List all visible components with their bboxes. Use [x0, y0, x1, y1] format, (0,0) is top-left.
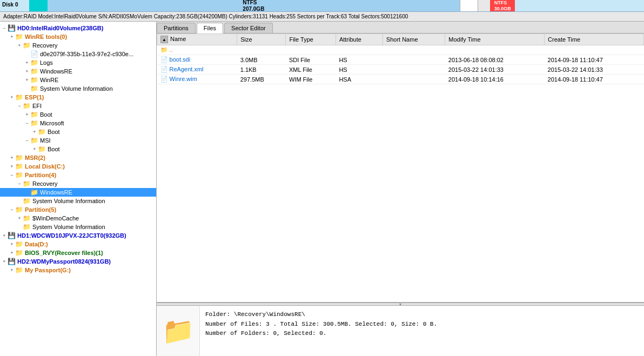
table-row[interactable]: 📄 ReAgent.xml1.1KBXML FileHS2015-03-22 1… [157, 65, 644, 75]
tree-item-winre-tools[interactable]: +📁WinRE tools(0) [0, 32, 156, 41]
tree-toggle-boot-msi[interactable]: + [31, 146, 38, 152]
tree-icon-my-passport: 📁 [15, 266, 24, 274]
col-size[interactable]: Size [237, 34, 286, 45]
tree-icon-logs: 📁 [30, 59, 39, 66]
tree-item-msr[interactable]: +📁MSR(2) [0, 153, 156, 162]
tree-label-bios-rvy: BIOS_RVY(Recover files)(1) [25, 250, 103, 256]
col-modifytime[interactable]: Modify Time [445, 34, 545, 45]
cell-modifyTime: 2013-06-18 08:08:02 [445, 55, 545, 65]
tree-item-boot-ms[interactable]: +📁Boot [0, 127, 156, 136]
tree-toggle-hd0[interactable]: − [1, 25, 8, 31]
tree-icon-windowsre-1: 📁 [30, 68, 39, 75]
tree-item-windowsre-1[interactable]: +📁WindowsRE [0, 67, 156, 76]
tree-item-data-d[interactable]: +📁Data(D:) [0, 240, 156, 248]
tree-item-recovery-4[interactable]: −📁Recovery [0, 179, 156, 188]
tree-item-windowsre-sel[interactable]: 📁WindowsRE [0, 188, 156, 197]
tree-toggle-boot-ms[interactable]: + [31, 129, 38, 135]
tree-item-hd0[interactable]: −💾HD0:IntelRaid0Volume(238GB) [0, 24, 156, 32]
cell-fileType: WIM File [286, 75, 336, 84]
tree-item-my-passport[interactable]: +📁My Passport(G:) [0, 266, 156, 274]
tree-item-bios-rvy[interactable]: +📁BIOS_RVY(Recover files)(1) [0, 248, 156, 257]
table-row[interactable]: 📁 .. [157, 45, 644, 55]
cell-fileType: XML File [286, 65, 336, 75]
tree-toggle-hd2[interactable]: + [1, 259, 8, 264]
tree-item-efi[interactable]: −📁EFI [0, 102, 156, 110]
tree-item-partition4[interactable]: −📁Partition(4) [0, 171, 156, 179]
right-panel: Partitions Files Sector Editor ▲Name Siz… [157, 22, 644, 356]
tree-toggle-partition4[interactable]: − [9, 172, 15, 178]
tree-toggle-winre-tools[interactable]: + [9, 34, 15, 39]
tree-item-hd2[interactable]: +💾HD2:WDMyPassport0824(931GB) [0, 257, 156, 266]
tree-toggle-esp[interactable]: + [9, 95, 15, 100]
up-dir-icon: 📁 [160, 46, 170, 53]
tree-label-logs: Logs [40, 59, 53, 66]
tree-icon-d0e-file: 📄 [30, 50, 39, 58]
file-name-link[interactable]: 📄 ReAgent.xml [160, 66, 204, 72]
tree-label-msi: MSI [40, 137, 51, 144]
col-attribute[interactable]: Attribute [336, 34, 383, 45]
tree-toggle-bios-rvy[interactable]: + [9, 250, 15, 256]
tree-item-d0e-file[interactable]: 📄d0e2079f-335b-11e3-97e2-c930e... [0, 50, 156, 58]
tree-item-boot-msi[interactable]: +📁Boot [0, 145, 156, 153]
file-name-link[interactable]: 📄 Winre.wim [160, 76, 197, 82]
tree-item-sysvolinfo-5[interactable]: 📁System Volume Information [0, 223, 156, 231]
tree-toggle-data-d[interactable]: + [9, 241, 15, 247]
tree-item-recovery-1[interactable]: +📁Recovery [0, 41, 156, 50]
tree-toggle-recovery-4[interactable]: − [16, 181, 23, 186]
tree-toggle-local-disk[interactable]: + [9, 164, 15, 169]
tree-toggle-winre[interactable]: + [24, 77, 30, 83]
tree-icon-local-disk: 📁 [15, 163, 24, 170]
tree-toggle-efi[interactable]: − [16, 103, 23, 109]
tree-toggle-boot-efi[interactable]: + [24, 112, 30, 117]
tree-item-microsoft[interactable]: −📁Microsoft [0, 119, 156, 127]
tree-toggle-my-passport[interactable]: + [9, 267, 15, 273]
tree-icon-recovery-1: 📁 [23, 42, 31, 49]
file-list-area: ▲Name Size File Type Attribute Short Nam… [157, 33, 644, 302]
tab-partitions[interactable]: Partitions [157, 23, 196, 33]
tree-toggle-windemoCache[interactable]: + [16, 216, 23, 221]
cell-shortName [383, 75, 445, 84]
tab-sector-editor[interactable]: Sector Editor [224, 23, 273, 33]
tab-files[interactable]: Files [197, 23, 223, 33]
tree-item-hd1[interactable]: +💾HD1:WDCWD10JPVX-22JC3T0(932GB) [0, 231, 156, 240]
folder-big-icon: 📁 [162, 316, 194, 346]
tree-icon-sysvolinfo-5: 📁 [23, 223, 31, 231]
tree-toggle-hd1[interactable]: + [1, 233, 8, 238]
tree-icon-hd0: 💾 [8, 24, 16, 32]
col-createtime[interactable]: Create Time [545, 34, 644, 45]
cell-createTime [545, 45, 644, 55]
cell-name: 📁 .. [157, 45, 237, 55]
tree-item-esp[interactable]: +📁ESP(1) [0, 93, 156, 102]
col-name[interactable]: ▲Name [157, 34, 237, 45]
tree-label-winre-tools: WinRE tools(0) [25, 33, 67, 40]
tree-toggle-msr[interactable]: + [9, 155, 15, 160]
tree-item-partition5[interactable]: −📁Partition(5) [0, 205, 156, 214]
tree-item-sysvolinfo-4[interactable]: 📁System Volume Information [0, 197, 156, 205]
tree-item-sysvolinfo-1[interactable]: 📁System Volume Information [0, 84, 156, 93]
tree-toggle-microsoft[interactable]: − [24, 120, 30, 126]
tree-item-winre[interactable]: +📁WinRE [0, 76, 156, 84]
tree-toggle-logs[interactable]: + [24, 60, 30, 65]
tree-toggle-partition5[interactable]: − [9, 207, 15, 212]
tree-label-recovery-4: Recovery [32, 180, 57, 187]
adapter-info-text: Adapter:RAID Model:IntelRaid0Volume S/N:… [3, 14, 408, 19]
table-row[interactable]: 📄 boot.sdi3.0MBSDI FileHS2013-06-18 08:0… [157, 55, 644, 65]
col-shortname[interactable]: Short Name [383, 34, 445, 45]
tree-item-msi[interactable]: −📁MSI [0, 136, 156, 145]
tree-toggle-msi[interactable]: − [24, 138, 30, 143]
tree-label-windowsre-1: WindowsRE [40, 68, 72, 75]
cell-name: 📄 Winre.wim [157, 75, 237, 84]
tree-item-windemoCache[interactable]: +📁$WinDemoCache [0, 214, 156, 223]
table-row[interactable]: 📄 Winre.wim297.5MBWIM FileHSA2014-09-18 … [157, 75, 644, 84]
tree-item-local-disk[interactable]: +📁Local Disk(C:) [0, 162, 156, 171]
file-table: ▲Name Size File Type Attribute Short Nam… [157, 33, 644, 84]
col-filetype[interactable]: File Type [286, 34, 336, 45]
tree-label-sysvolinfo-4: System Volume Information [32, 198, 105, 204]
file-name-link[interactable]: 📄 boot.sdi [160, 56, 191, 63]
tree-icon-sysvolinfo-4: 📁 [23, 197, 31, 205]
cell-shortName [383, 55, 445, 65]
tree-item-boot-efi[interactable]: +📁Boot [0, 110, 156, 119]
tree-item-logs[interactable]: +📁Logs [0, 58, 156, 67]
tree-toggle-windowsre-1[interactable]: + [24, 69, 30, 74]
tree-toggle-recovery-1[interactable]: + [16, 43, 23, 48]
